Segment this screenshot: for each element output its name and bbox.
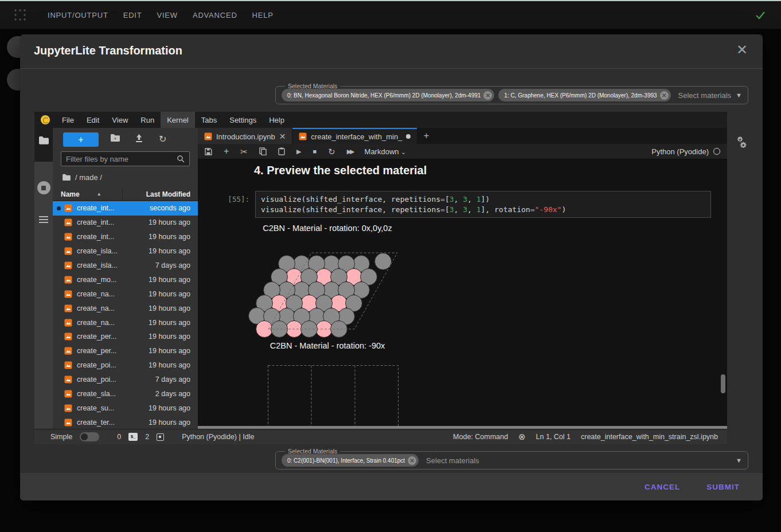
cut-icon[interactable]: ✂ (240, 147, 248, 156)
upload-icon[interactable] (135, 134, 143, 145)
code-editor[interactable]: visualize(shifted_interface, repetitions… (255, 191, 711, 218)
save-icon[interactable] (205, 148, 212, 155)
restart-run-all-icon[interactable]: ▶▶ (347, 148, 353, 155)
jupyter-menu-item[interactable]: Kernel (161, 112, 195, 128)
cell-type-select[interactable]: Markdown ⌄ (365, 147, 406, 156)
app-menu-item[interactable]: HELP (245, 7, 281, 23)
file-row[interactable]: create_na... 19 hours ago (53, 315, 198, 330)
new-folder-icon[interactable]: + (110, 134, 120, 144)
running-sessions-tab[interactable] (34, 181, 53, 194)
not-trusted-icon: ⊗ (518, 432, 526, 442)
folder-icon (38, 136, 49, 145)
command-mode-indicator[interactable]: Mode: Command (453, 433, 508, 441)
notebook-icon (64, 233, 72, 241)
file-row[interactable]: create_isla... 7 days ago (53, 259, 198, 273)
kernel-count: 2 (145, 433, 149, 441)
close-icon[interactable]: ✕ (736, 43, 748, 57)
app-menu-item[interactable]: INPUT/OUTPUT (40, 7, 116, 23)
refresh-icon[interactable]: ↻ (159, 134, 166, 144)
select-materials-placeholder[interactable]: Select materials (678, 91, 731, 100)
app-menu-item[interactable]: ADVANCED (185, 7, 245, 23)
file-row[interactable]: create_int... seconds ago (53, 201, 198, 216)
dialog-footer: CANCEL SUBMIT (20, 473, 763, 500)
add-tab-button[interactable]: + (417, 128, 435, 144)
jupyterlite-logo (41, 115, 50, 124)
jupyter-menu-item[interactable]: Run (134, 112, 161, 128)
jupyter-menu-item[interactable]: Settings (223, 112, 263, 128)
kernel-name[interactable]: Python (Pyodide) (651, 147, 720, 156)
notebook-icon (64, 375, 72, 384)
dialog-title: JupyterLite Transformation (34, 44, 182, 57)
terminal-icon[interactable]: $_ (128, 433, 138, 441)
run-icon[interactable]: ▶ (296, 148, 301, 155)
app-menu-item[interactable]: EDIT (116, 7, 150, 23)
filter-files-input[interactable] (66, 155, 177, 163)
tab-bar: Introduction.ipynb ✕ create_interface_wi… (198, 128, 727, 144)
notebook-icon (64, 404, 72, 412)
jupyter-menu-item[interactable]: Help (263, 112, 291, 128)
file-row[interactable]: create_ter... 19 hours ago (53, 415, 198, 429)
app-menu-item[interactable]: VIEW (149, 7, 185, 23)
column-name[interactable]: Name (53, 190, 80, 198)
cancel-button[interactable]: CANCEL (635, 478, 689, 496)
vertical-scrollbar[interactable] (721, 374, 725, 393)
column-last-modified[interactable]: Last Modified (122, 188, 198, 201)
chevron-down-icon[interactable]: ▼ (736, 457, 742, 464)
widget-settings-icon[interactable] (735, 135, 748, 150)
tab-close-icon[interactable]: ✕ (279, 132, 286, 141)
chip-remove-icon[interactable]: ✕ (483, 91, 492, 100)
file-browser-tab[interactable] (34, 136, 53, 145)
success-check-icon (753, 8, 767, 22)
viz1-title: C2BN - Material - rotation: 0x,0y,0z (215, 224, 440, 233)
atom (375, 253, 392, 270)
simple-mode-toggle[interactable] (80, 432, 99, 441)
file-row[interactable]: create_poi... 19 hours ago (53, 358, 198, 373)
jupyter-menu-item[interactable]: Edit (80, 112, 106, 128)
chip-remove-icon[interactable]: ✕ (408, 456, 416, 465)
copy-icon[interactable] (259, 147, 267, 155)
insert-cell-icon[interactable]: + (224, 147, 229, 156)
submit-button[interactable]: SUBMIT (697, 478, 749, 496)
chevron-down-icon[interactable]: ▼ (736, 92, 742, 99)
jupyter-menubar: File Edit View Run Kernel Tabs Settings … (34, 112, 727, 128)
material-chip[interactable]: 0: C2(001)-BN(001), Interface, Strain 0.… (282, 454, 419, 467)
stop-icon[interactable]: ■ (313, 148, 317, 155)
file-row[interactable]: create_isla... 19 hours ago (53, 244, 198, 259)
select-materials-placeholder[interactable]: Select materials (426, 456, 479, 465)
modified-dot-icon (57, 206, 61, 210)
file-row[interactable]: create_poi... 7 days ago (53, 373, 198, 387)
restart-kernel-icon[interactable]: ↻ (328, 147, 335, 156)
svg-text:+: + (114, 136, 117, 142)
jupyter-menu-item[interactable]: Tabs (195, 112, 223, 128)
tab-introduction[interactable]: Introduction.ipynb ✕ (198, 128, 292, 144)
cursor-position[interactable]: Ln 1, Col 1 (536, 433, 571, 441)
material-chip[interactable]: 0: BN, Hexagonal Boron Nitride, HEX (P6/… (282, 89, 494, 101)
chip-remove-icon[interactable]: ✕ (660, 91, 669, 100)
jupyter-menu-item[interactable]: View (106, 112, 134, 128)
file-row[interactable]: create_mo... 19 hours ago (53, 272, 198, 287)
strip-lower (34, 162, 53, 429)
app-grid-icon[interactable] (13, 7, 28, 22)
new-launcher-button[interactable]: + (63, 132, 99, 147)
code-cell[interactable]: [55]: visualize(shifted_interface, repet… (225, 191, 711, 218)
kernel-status-text[interactable]: Python (Pyodide) | Idle (182, 433, 254, 441)
breadcrumb[interactable]: / made / (62, 171, 102, 183)
material-chip[interactable]: 1: C, Graphene, HEX (P6/mmm) 2D (Monolay… (498, 89, 670, 101)
file-row[interactable]: create_sla... 2 days ago (53, 387, 198, 401)
tab-create-interface[interactable]: create_interface_with_min_ (292, 128, 417, 144)
file-row[interactable]: create_per... 19 hours ago (53, 344, 198, 358)
app-menubar: INPUT/OUTPUT EDIT VIEW ADVANCED HELP (0, 1, 781, 29)
file-row[interactable]: create_su... 19 hours ago (53, 401, 198, 415)
kernel-chip-icon[interactable] (157, 433, 164, 441)
file-row[interactable]: create_na... 19 hours ago (53, 301, 198, 315)
paste-icon[interactable] (278, 147, 285, 155)
file-row[interactable]: create_int... 19 hours ago (53, 216, 198, 230)
jupyter-menu-item[interactable]: File (56, 112, 80, 128)
input-selected-materials-field: Selected Materials 0: BN, Hexagonal Boro… (275, 83, 748, 104)
file-row[interactable]: create_int... 19 hours ago (53, 230, 198, 244)
notebook-icon (64, 261, 72, 269)
file-row[interactable]: create_na... 19 hours ago (53, 287, 198, 301)
file-list: create_int... seconds ago create_int... … (53, 201, 198, 429)
file-row[interactable]: create_per... 19 hours ago (53, 330, 198, 344)
table-of-contents-tab[interactable] (34, 214, 53, 225)
